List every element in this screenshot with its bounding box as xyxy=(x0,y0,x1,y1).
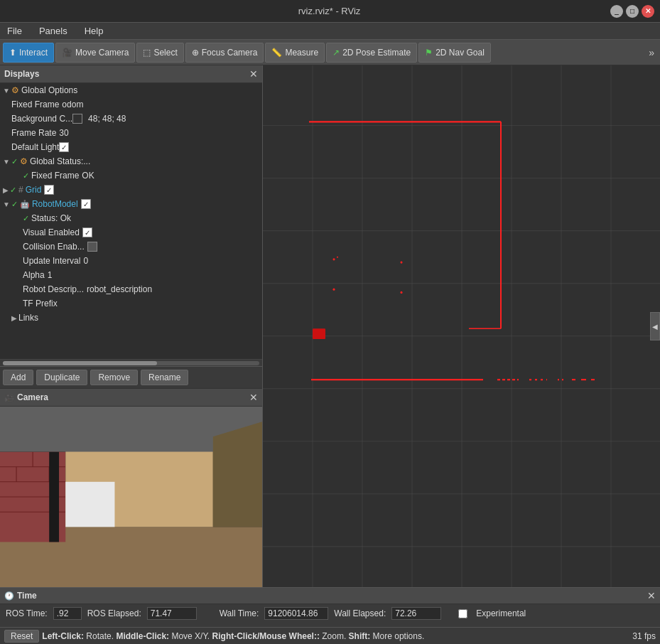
global-status-label: Global Status:... xyxy=(30,156,90,166)
time-title: Time xyxy=(17,591,37,601)
close-button[interactable]: ✕ xyxy=(642,5,654,18)
status-ok-item[interactable]: ✓ Status: Ok xyxy=(0,211,262,225)
time-close-button[interactable]: ✕ xyxy=(647,590,656,601)
grid-arrow: ▶ xyxy=(3,186,9,194)
alpha-value: 1 xyxy=(48,270,53,280)
collision-enabled-checkbox[interactable] xyxy=(87,242,97,252)
ros-elapsed-value[interactable] xyxy=(147,607,197,620)
camera-header: 🎥 Camera ✕ xyxy=(0,389,262,407)
move-camera-button[interactable]: 🎥 Move Camera xyxy=(55,43,135,63)
focus-camera-button[interactable]: ⊕ Focus Camera xyxy=(185,43,264,63)
displays-close-button[interactable]: ✕ xyxy=(249,68,258,80)
svg-point-45 xyxy=(401,262,403,264)
experimental-label: Experimental xyxy=(476,608,526,618)
robot-model-icon: 🤖 xyxy=(20,200,30,209)
wall-elapsed-label: Wall Elapsed: xyxy=(334,608,386,618)
wall-time-value[interactable] xyxy=(264,607,328,620)
displays-tree[interactable]: ▼ ⚙ Global Options Fixed Frame odom Back… xyxy=(0,83,262,359)
visual-enabled-item[interactable]: Visual Enabled ✓ xyxy=(0,225,262,240)
global-status-item[interactable]: ▼ ✓ ⚙ Global Status:... xyxy=(0,154,262,168)
alpha-item[interactable]: Alpha 1 xyxy=(0,268,262,282)
flag-icon: ⚑ xyxy=(425,48,433,58)
collision-enabled-item[interactable]: Collision Enab... xyxy=(0,240,262,254)
cursor-icon: ⬆ xyxy=(9,48,16,58)
robot-model-item[interactable]: ▼ ✓ 🤖 RobotModel ✓ xyxy=(0,197,262,211)
duplicate-button[interactable]: Duplicate xyxy=(36,370,87,385)
ros-time-label: ROS Time: xyxy=(6,608,48,618)
menu-file[interactable]: File xyxy=(3,24,26,38)
more-tools-button[interactable]: » xyxy=(646,47,657,58)
experimental-checkbox[interactable] xyxy=(458,609,467,618)
remove-button[interactable]: Remove xyxy=(90,370,138,385)
fixed-frame-status-value: OK xyxy=(82,171,94,181)
maximize-button[interactable]: □ xyxy=(626,5,639,18)
camera-title: Camera xyxy=(17,392,48,402)
grid-label: Grid xyxy=(26,185,42,195)
wall-elapsed-value[interactable] xyxy=(391,607,441,620)
pose-estimate-button[interactable]: ↗ 2D Pose Estimate xyxy=(326,43,417,63)
status-text: Left-Click: Rotate. Middle-Click: Move X… xyxy=(42,631,424,641)
global-options-icon: ⚙ xyxy=(11,85,19,95)
nav-goal-button[interactable]: ⚑ 2D Nav Goal xyxy=(418,43,491,63)
default-light-label: Default Light xyxy=(11,142,59,152)
select-button[interactable]: ⬚ Select xyxy=(136,43,183,63)
3d-viewport[interactable]: ◀ xyxy=(263,65,660,587)
robot-description-item[interactable]: Robot Descrip... robot_description xyxy=(0,282,262,296)
toolbar: ⬆ Interact 🎥 Move Camera ⬚ Select ⊕ Focu… xyxy=(0,40,660,65)
global-status-arrow: ▼ xyxy=(3,158,10,166)
ros-time-value[interactable] xyxy=(53,607,82,620)
background-color-label: Background C... xyxy=(11,114,72,124)
displays-bottom: Add Duplicate Remove Rename xyxy=(0,366,262,388)
time-icon: 🕐 xyxy=(4,591,14,601)
visual-enabled-label: Visual Enabled xyxy=(23,227,80,237)
fixed-frame-item[interactable]: Fixed Frame odom xyxy=(0,97,262,112)
wall-time-label: Wall Time: xyxy=(220,608,259,618)
grid-item[interactable]: ▶ ✓ # Grid ✓ xyxy=(0,183,262,197)
grid-checkbox[interactable]: ✓ xyxy=(44,185,54,195)
visual-enabled-checkbox[interactable]: ✓ xyxy=(82,227,92,237)
robot-model-checkbox[interactable]: ✓ xyxy=(81,199,91,209)
minimize-button[interactable]: _ xyxy=(610,5,623,18)
tf-prefix-item[interactable]: TF Prefix xyxy=(0,296,262,311)
update-interval-item[interactable]: Update Interval 0 xyxy=(0,254,262,268)
update-interval-value: 0 xyxy=(83,256,88,266)
fixed-frame-status-item[interactable]: ✓ Fixed Frame OK xyxy=(0,168,262,183)
tf-prefix-label: TF Prefix xyxy=(23,299,58,308)
add-button[interactable]: Add xyxy=(3,370,33,385)
svg-rect-11 xyxy=(49,452,59,542)
frame-rate-item[interactable]: Frame Rate 30 xyxy=(0,126,262,140)
links-label: Links xyxy=(18,313,38,323)
time-header: 🕐 Time ✕ xyxy=(0,588,660,604)
default-light-item[interactable]: Default Light ✓ xyxy=(0,140,262,154)
background-color-item[interactable]: Background C... 48; 48; 48 xyxy=(0,112,262,126)
background-color-box xyxy=(72,114,82,124)
default-light-checkbox[interactable]: ✓ xyxy=(59,142,69,152)
robot-model-check: ✓ xyxy=(11,200,18,209)
camera-panel: 🎥 Camera ✕ xyxy=(0,388,262,587)
viewport-collapse-button[interactable]: ◀ xyxy=(650,312,660,340)
alpha-label: Alpha xyxy=(23,270,45,280)
background-color-value: 48; 48; 48 xyxy=(88,114,126,124)
camera-scene-svg xyxy=(0,407,262,587)
frame-rate-value: 30 xyxy=(59,128,68,138)
svg-point-43 xyxy=(333,258,335,260)
left-panel: Displays ✕ ▼ ⚙ Global Options Fixed Fram… xyxy=(0,65,263,587)
interact-button[interactable]: ⬆ Interact xyxy=(3,43,54,63)
fixed-frame-status-check: ✓ xyxy=(23,171,29,181)
camera-move-icon: 🎥 xyxy=(62,48,72,58)
robot-description-value: robot_description xyxy=(87,284,152,294)
title-bar: rviz.rviz* - RViz _ □ ✕ xyxy=(0,0,660,23)
grid-check: ✓ xyxy=(10,186,16,195)
displays-scrollbar[interactable] xyxy=(0,359,262,366)
reset-button[interactable]: Reset xyxy=(4,630,39,643)
robot-model-label: RobotModel xyxy=(32,199,78,209)
camera-close-button[interactable]: ✕ xyxy=(249,392,258,403)
window-controls: _ □ ✕ xyxy=(610,5,654,18)
menu-help[interactable]: Help xyxy=(80,24,108,38)
measure-button[interactable]: 📏 Measure xyxy=(265,43,325,63)
menu-panels[interactable]: Panels xyxy=(35,24,72,38)
rename-button[interactable]: Rename xyxy=(141,370,188,385)
global-options-item[interactable]: ▼ ⚙ Global Options xyxy=(0,83,262,97)
links-item[interactable]: ▶ Links xyxy=(0,311,262,325)
camera-view[interactable] xyxy=(0,407,262,587)
